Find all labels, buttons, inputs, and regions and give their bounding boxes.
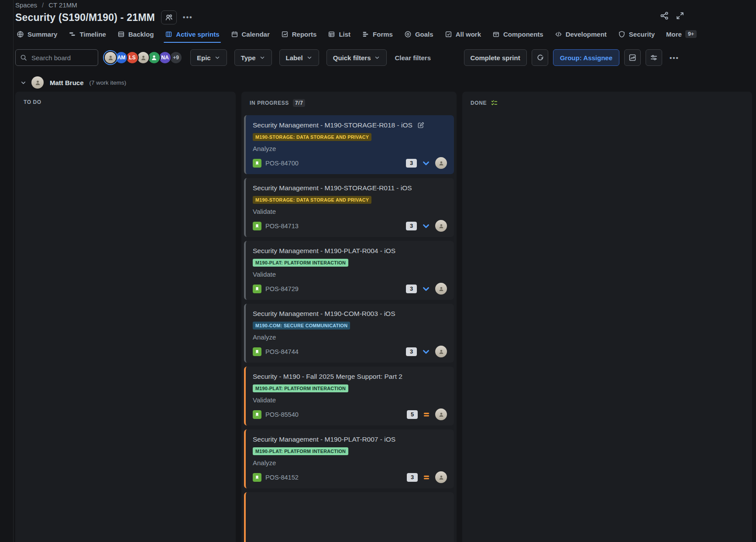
tab-timeline[interactable]: Timeline [63,26,112,42]
tab-security[interactable]: Security [612,26,660,42]
label-dropdown[interactable]: Label [279,49,319,66]
column-count-badge: 7/7 [293,99,305,107]
board-card[interactable]: Security Management - M190-STORAGE-R011 … [244,178,454,237]
column-header: IN PROGRESS 7/7 [241,92,457,112]
checkbox-icon [445,31,452,38]
board-card[interactable]: Security Management - M190-COM-R003 - iO… [244,304,454,363]
assignee-avatar[interactable] [435,408,447,420]
clear-filters-button[interactable]: Clear filters [395,54,431,62]
equals-icon [423,411,430,419]
assignee-avatar[interactable] [435,346,447,357]
card-label[interactable]: M190-PLAT: PLATFORM INTERACTION [253,259,348,267]
card-label[interactable]: M190-PLAT: PLATFORM INTERACTION [253,447,348,455]
complete-sprint-button[interactable]: Complete sprint [464,49,527,66]
column-title: DONE [471,100,487,106]
search-wrap [15,49,98,66]
backlog-icon [117,31,125,38]
title-more-button[interactable]: ••• [183,14,193,21]
card-title[interactable]: Security Management - M190-STORAGE-R011 … [253,184,412,192]
card-label[interactable]: M190-STORAGE: DATA STORAGE AND PRIVACY [253,133,371,141]
card-status: Analyze [253,145,447,152]
board-card[interactable]: Security - M190 - Fall 2025 Merge Suppor… [244,367,454,425]
chevron-down-icon [306,55,313,61]
person-icon [151,54,158,61]
tab-list[interactable]: List [322,26,356,42]
tab-goals[interactable]: Goals [399,26,439,42]
issue-key[interactable]: POS-84152 [265,474,299,481]
quick-filters-dropdown[interactable]: Quick filters [326,49,387,66]
assignee-avatar[interactable] [435,283,447,295]
view-settings-button[interactable] [646,49,662,66]
breadcrumb-project[interactable]: CT 21MM [48,1,77,9]
board-card[interactable]: Security Management - M190-PLAT-R004 - i… [244,241,454,300]
collapse-chevron-icon[interactable] [20,79,27,86]
board-card-partial[interactable] [244,492,454,542]
chart-trend-icon [281,31,289,38]
target-icon [404,31,412,38]
story-points-badge: 3 [406,159,417,168]
tab-reports[interactable]: Reports [275,26,323,42]
sprint-cycle-button[interactable] [532,49,548,66]
collaborators-button[interactable] [161,10,177,24]
done-checklist-icon [491,99,498,106]
share-button[interactable] [660,11,669,20]
search-input[interactable] [15,49,98,66]
assignee-avatar[interactable] [435,471,447,483]
issue-key[interactable]: POS-84729 [265,285,299,292]
tab-all-work[interactable]: All work [439,26,487,42]
board-more-button[interactable]: ••• [667,54,682,62]
breadcrumb-separator: / [42,1,44,9]
card-title[interactable]: Security Management - M190-COM-R003 - iO… [253,309,395,318]
tab-components[interactable]: Components [487,26,549,42]
group-by-assignee-button[interactable]: Group: Assignee [553,49,619,66]
assignee-avatar[interactable] [435,220,447,232]
fullscreen-button[interactable] [676,11,684,20]
person-icon [438,223,444,229]
tab-backlog[interactable]: Backlog [112,26,159,42]
tab-label: More [666,31,682,38]
card-title[interactable]: Security Management - M190-PLAT-R004 - i… [253,247,395,255]
edit-icon[interactable] [417,121,425,129]
issue-key[interactable]: POS-84713 [265,223,299,230]
person-icon [140,55,147,61]
insights-button[interactable] [624,49,641,66]
board-card[interactable]: Security Management - M190-STORAGE-R018 … [244,115,454,174]
board-card[interactable]: Security Management - M190-PLAT-R007 - i… [244,429,454,488]
avatar-photo-selected[interactable] [104,51,117,64]
table-icon [328,31,335,38]
card-label[interactable]: M190-PLAT: PLATFORM INTERACTION [253,384,348,392]
column-done: DONE [462,92,752,542]
board-page: Spaces / CT 21MM Security (S190/M190) - … [0,0,756,542]
card-label[interactable]: M190-COM: SECURE COMMUNICATION [253,322,350,329]
issue-key[interactable]: POS-84744 [265,348,299,355]
chevron-down-icon [422,285,430,293]
cycle-arrow-icon [536,54,544,62]
breadcrumb-spaces[interactable]: Spaces [15,1,37,9]
story-points-badge: 3 [406,285,417,293]
tab-forms[interactable]: Forms [356,26,399,42]
calendar-icon [231,31,238,38]
code-icon [555,31,562,38]
chevron-down-icon [259,55,265,61]
issue-key[interactable]: POS-85540 [265,411,299,418]
card-title[interactable]: Security - M190 - Fall 2025 Merge Suppor… [253,372,402,381]
type-dropdown[interactable]: Type [234,49,272,66]
tab-more[interactable]: More 9+ [660,26,702,42]
tab-summary[interactable]: Summary [11,26,63,42]
card-label[interactable]: M190-STORAGE: DATA STORAGE AND PRIVACY [253,196,371,204]
card-list: Security Management - M190-STORAGE-R018 … [241,112,457,542]
issue-key[interactable]: POS-84700 [265,160,299,167]
equals-icon [423,473,430,481]
tab-active-sprints[interactable]: Active sprints [159,26,225,42]
tab-calendar[interactable]: Calendar [225,26,275,42]
breadcrumb: Spaces / CT 21MM [15,1,77,9]
card-title[interactable]: Security Management - M190-STORAGE-R018 … [253,121,412,129]
assignee-avatar[interactable] [435,157,447,169]
person-icon [438,474,444,480]
card-title[interactable]: Security Management - M190-PLAT-R007 - i… [253,435,395,443]
assignee-group-header: Matt Bruce (7 work items) [20,76,126,89]
tab-development[interactable]: Development [549,26,612,42]
card-status: Validate [253,208,447,215]
epic-dropdown[interactable]: Epic [190,49,227,66]
card-status: Validate [253,396,447,404]
